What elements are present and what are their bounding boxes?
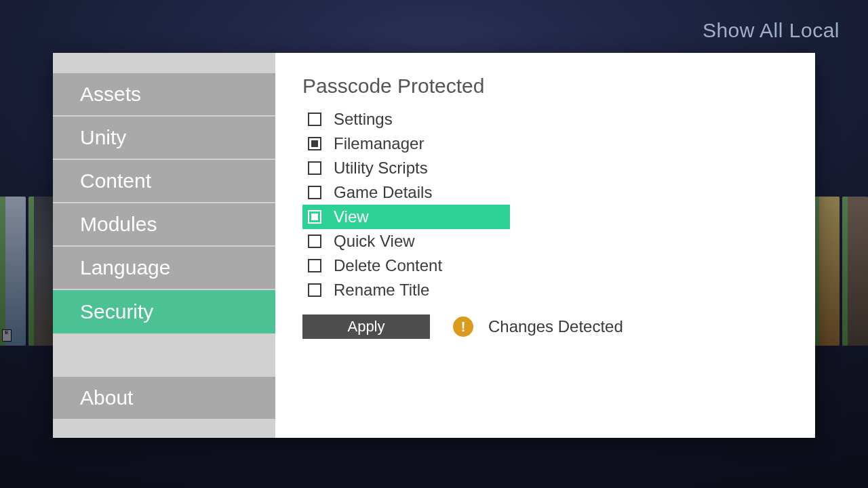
- sidebar-item-label: Content: [80, 169, 151, 192]
- sidebar-item-content[interactable]: Content: [53, 160, 275, 203]
- option-label: Delete Content: [334, 256, 442, 275]
- sidebar-item-label: Language: [80, 256, 170, 279]
- sidebar-spacer: [53, 333, 275, 377]
- checkbox-icon[interactable]: [308, 235, 321, 248]
- option-row-filemanager[interactable]: Filemanager: [302, 131, 510, 156]
- passcode-options-list: SettingsFilemanagerUtility ScriptsGame D…: [302, 107, 510, 302]
- checkbox-fill-icon: [311, 214, 318, 220]
- sidebar-item-label: Assets: [80, 83, 141, 106]
- option-label: Rename Title: [334, 281, 429, 300]
- show-all-local-label[interactable]: Show All Local: [703, 19, 840, 42]
- checkbox-icon[interactable]: [308, 113, 321, 126]
- sidebar-spacer: [53, 53, 275, 73]
- settings-sidebar: AssetsUnityContentModulesLanguageSecurit…: [53, 53, 275, 438]
- checkbox-icon[interactable]: [308, 210, 321, 224]
- option-row-settings[interactable]: Settings: [302, 107, 510, 131]
- sidebar-item-modules[interactable]: Modules: [53, 203, 275, 247]
- option-label: Filemanager: [334, 134, 424, 153]
- option-row-quick-view[interactable]: Quick View: [302, 229, 510, 253]
- sidebar-item-label: Security: [80, 300, 153, 323]
- apply-button-label: Apply: [347, 318, 384, 336]
- checkbox-icon[interactable]: [308, 259, 321, 272]
- sidebar-item-security[interactable]: Security: [53, 290, 275, 333]
- sidebar-item-language[interactable]: Language: [53, 247, 275, 290]
- apply-button[interactable]: Apply: [302, 314, 430, 339]
- option-row-game-details[interactable]: Game Details: [302, 180, 510, 205]
- sidebar-item-about[interactable]: About: [53, 377, 275, 420]
- option-label: Settings: [334, 110, 393, 129]
- warning-icon: !: [453, 317, 473, 337]
- status-text: Changes Detected: [488, 317, 623, 336]
- option-row-view[interactable]: View: [302, 205, 510, 229]
- checkbox-icon[interactable]: [308, 283, 321, 297]
- settings-content: Passcode Protected SettingsFilemanagerUt…: [275, 53, 815, 438]
- sidebar-item-label: About: [80, 386, 133, 409]
- option-row-rename-title[interactable]: Rename Title: [302, 278, 510, 302]
- sidebar-item-label: Modules: [80, 213, 157, 236]
- option-label: Game Details: [334, 183, 432, 202]
- checkbox-icon[interactable]: [308, 161, 321, 175]
- sidebar-item-unity[interactable]: Unity: [53, 117, 275, 160]
- sidebar-spacer: [53, 420, 275, 438]
- checkbox-icon[interactable]: [308, 186, 321, 199]
- checkbox-fill-icon: [311, 140, 318, 147]
- section-title: Passcode Protected: [302, 75, 781, 98]
- checkbox-icon[interactable]: [308, 137, 321, 150]
- sidebar-item-label: Unity: [80, 126, 126, 149]
- option-row-utility-scripts[interactable]: Utility Scripts: [302, 156, 510, 180]
- option-label: View: [334, 207, 369, 226]
- option-label: Utility Scripts: [334, 159, 428, 178]
- sidebar-item-assets[interactable]: Assets: [53, 73, 275, 117]
- option-label: Quick View: [334, 232, 415, 251]
- actions-row: Apply ! Changes Detected: [302, 314, 781, 339]
- option-row-delete-content[interactable]: Delete Content: [302, 253, 510, 278]
- changes-status: ! Changes Detected: [453, 317, 623, 337]
- settings-panel: AssetsUnityContentModulesLanguageSecurit…: [53, 53, 815, 438]
